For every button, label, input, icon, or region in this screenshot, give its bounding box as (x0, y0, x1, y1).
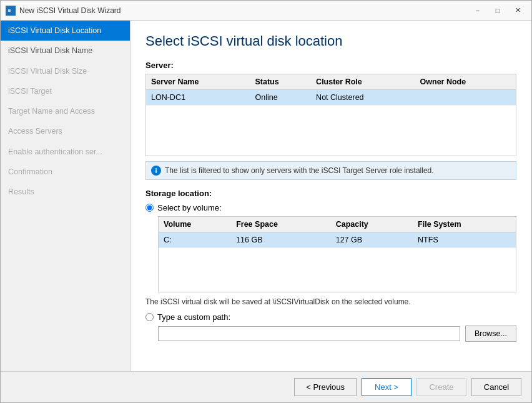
server-table: Server Name Status Cluster Role Owner No… (146, 74, 516, 106)
col-volume: Volume (159, 217, 231, 232)
info-message: The list is filtered to show only server… (165, 166, 434, 175)
cell-file-system: NTFS (413, 232, 516, 248)
col-free-space: Free Space (231, 217, 331, 232)
select-by-volume-radio[interactable] (145, 204, 154, 212)
col-cluster-role: Cluster Role (311, 74, 415, 90)
volume-table-row[interactable]: C: 116 GB 127 GB NTFS (159, 232, 516, 248)
title-bar: New iSCSI Virtual Disk Wizard − □ ✕ (1, 1, 531, 21)
previous-button[interactable]: < Previous (294, 378, 357, 396)
info-icon: i (151, 166, 161, 176)
select-by-volume-label[interactable]: Select by volume: (157, 203, 222, 212)
radio-group: Select by volume: Volume Free Space Capa… (145, 203, 516, 342)
sidebar-item-iscsi-virtual-disk-name[interactable]: iSCSI Virtual Disk Name (1, 41, 130, 61)
window-icon (6, 6, 16, 16)
sidebar-item-confirmation: Confirmation (1, 162, 130, 182)
cell-status: Online (250, 90, 312, 106)
wizard-window: New iSCSI Virtual Disk Wizard − □ ✕ iSCS… (0, 0, 532, 403)
server-table-container: Server Name Status Cluster Role Owner No… (145, 74, 516, 156)
custom-path-radio[interactable] (145, 313, 154, 321)
close-button[interactable]: ✕ (509, 4, 526, 17)
cell-volume: C: (159, 232, 231, 248)
create-button: Create (416, 378, 466, 396)
window-title: New iSCSI Virtual Disk Wizard (19, 6, 469, 15)
sidebar-item-iscsi-virtual-disk-size: iSCSI Virtual Disk Size (1, 61, 130, 81)
page-title: Select iSCSI virtual disk location (145, 33, 516, 49)
custom-path-input-row: Browse... (145, 326, 516, 342)
save-note: The iSCSI virtual disk will be saved at … (145, 297, 516, 306)
minimize-button[interactable]: − (469, 4, 486, 17)
custom-path-input[interactable] (158, 326, 460, 341)
cell-free-space: 116 GB (231, 232, 331, 248)
cell-server-name: LON-DC1 (146, 90, 250, 106)
custom-path-radio-row: Type a custom path: (145, 312, 516, 322)
cell-cluster-role: Not Clustered (311, 90, 415, 106)
col-capacity: Capacity (331, 217, 413, 232)
custom-path-label[interactable]: Type a custom path: (157, 312, 230, 322)
cell-owner-node (415, 90, 516, 106)
content-area: iSCSI Virtual Disk Location iSCSI Virtua… (1, 21, 531, 371)
volume-table-container: Volume Free Space Capacity File System C… (158, 216, 516, 292)
volume-table: Volume Free Space Capacity File System C… (159, 217, 516, 248)
select-by-volume-row: Select by volume: (145, 203, 516, 212)
sidebar-item-access-servers: Access Servers (1, 121, 130, 141)
col-file-system: File System (413, 217, 516, 232)
col-server-name: Server Name (146, 74, 250, 90)
sidebar: iSCSI Virtual Disk Location iSCSI Virtua… (1, 21, 131, 371)
sidebar-item-results: Results (1, 182, 130, 202)
server-section-label: Server: (145, 61, 516, 70)
svg-rect-1 (8, 9, 11, 12)
main-content: Select iSCSI virtual disk location Serve… (131, 21, 531, 371)
footer: < Previous Next > Create Cancel (1, 371, 531, 402)
col-status: Status (250, 74, 312, 90)
sidebar-item-iscsi-target: iSCSI Target (1, 81, 130, 101)
cancel-button[interactable]: Cancel (471, 378, 521, 396)
maximize-button[interactable]: □ (489, 4, 506, 17)
info-bar: i The list is filtered to show only serv… (145, 161, 516, 180)
storage-location-label: Storage location: (145, 189, 516, 198)
sidebar-item-enable-authentication: Enable authentication ser... (1, 142, 130, 162)
sidebar-item-iscsi-virtual-disk-location[interactable]: iSCSI Virtual Disk Location (1, 21, 130, 41)
server-table-row[interactable]: LON-DC1 Online Not Clustered (146, 90, 516, 106)
cell-capacity: 127 GB (331, 232, 413, 248)
window-controls: − □ ✕ (469, 4, 526, 17)
browse-button[interactable]: Browse... (465, 326, 516, 342)
next-button[interactable]: Next > (362, 378, 411, 396)
sidebar-item-target-name-and-access: Target Name and Access (1, 101, 130, 121)
col-owner-node: Owner Node (415, 74, 516, 90)
